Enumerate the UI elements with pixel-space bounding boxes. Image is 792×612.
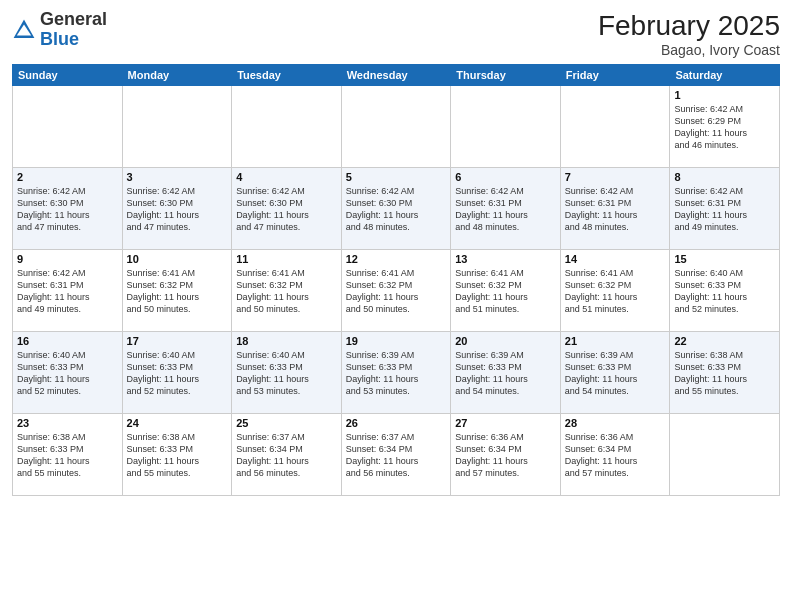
day-number: 15 [674,253,775,265]
calendar-cell: 11Sunrise: 6:41 AM Sunset: 6:32 PM Dayli… [232,250,342,332]
calendar-cell: 16Sunrise: 6:40 AM Sunset: 6:33 PM Dayli… [13,332,123,414]
day-info: Sunrise: 6:36 AM Sunset: 6:34 PM Dayligh… [565,431,666,480]
day-number: 16 [17,335,118,347]
day-info: Sunrise: 6:42 AM Sunset: 6:31 PM Dayligh… [674,185,775,234]
day-number: 26 [346,417,447,429]
calendar-week-row: 9Sunrise: 6:42 AM Sunset: 6:31 PM Daylig… [13,250,780,332]
calendar-cell: 25Sunrise: 6:37 AM Sunset: 6:34 PM Dayli… [232,414,342,496]
title-block: February 2025 Bagao, Ivory Coast [598,10,780,58]
day-info: Sunrise: 6:40 AM Sunset: 6:33 PM Dayligh… [127,349,228,398]
day-info: Sunrise: 6:42 AM Sunset: 6:30 PM Dayligh… [127,185,228,234]
calendar-header-row: SundayMondayTuesdayWednesdayThursdayFrid… [13,65,780,86]
day-info: Sunrise: 6:40 AM Sunset: 6:33 PM Dayligh… [674,267,775,316]
day-number: 11 [236,253,337,265]
calendar: SundayMondayTuesdayWednesdayThursdayFrid… [12,64,780,496]
calendar-cell: 10Sunrise: 6:41 AM Sunset: 6:32 PM Dayli… [122,250,232,332]
day-number: 6 [455,171,556,183]
day-info: Sunrise: 6:41 AM Sunset: 6:32 PM Dayligh… [236,267,337,316]
day-number: 21 [565,335,666,347]
day-number: 19 [346,335,447,347]
calendar-cell [560,86,670,168]
day-number: 23 [17,417,118,429]
calendar-cell: 7Sunrise: 6:42 AM Sunset: 6:31 PM Daylig… [560,168,670,250]
calendar-cell: 2Sunrise: 6:42 AM Sunset: 6:30 PM Daylig… [13,168,123,250]
calendar-cell: 15Sunrise: 6:40 AM Sunset: 6:33 PM Dayli… [670,250,780,332]
calendar-cell [13,86,123,168]
day-number: 13 [455,253,556,265]
day-number: 9 [17,253,118,265]
calendar-cell [451,86,561,168]
calendar-cell: 23Sunrise: 6:38 AM Sunset: 6:33 PM Dayli… [13,414,123,496]
logo-general: General [40,9,107,29]
calendar-cell: 22Sunrise: 6:38 AM Sunset: 6:33 PM Dayli… [670,332,780,414]
day-info: Sunrise: 6:41 AM Sunset: 6:32 PM Dayligh… [127,267,228,316]
day-header-sunday: Sunday [13,65,123,86]
calendar-cell: 28Sunrise: 6:36 AM Sunset: 6:34 PM Dayli… [560,414,670,496]
day-number: 3 [127,171,228,183]
day-info: Sunrise: 6:41 AM Sunset: 6:32 PM Dayligh… [346,267,447,316]
logo: General Blue [12,10,107,50]
day-info: Sunrise: 6:37 AM Sunset: 6:34 PM Dayligh… [346,431,447,480]
day-number: 17 [127,335,228,347]
calendar-cell: 24Sunrise: 6:38 AM Sunset: 6:33 PM Dayli… [122,414,232,496]
day-number: 27 [455,417,556,429]
day-number: 2 [17,171,118,183]
day-number: 12 [346,253,447,265]
calendar-cell: 13Sunrise: 6:41 AM Sunset: 6:32 PM Dayli… [451,250,561,332]
day-header-thursday: Thursday [451,65,561,86]
logo-icon [12,18,36,42]
day-info: Sunrise: 6:42 AM Sunset: 6:31 PM Dayligh… [565,185,666,234]
calendar-cell: 19Sunrise: 6:39 AM Sunset: 6:33 PM Dayli… [341,332,451,414]
logo-blue: Blue [40,29,79,49]
calendar-week-row: 1Sunrise: 6:42 AM Sunset: 6:29 PM Daylig… [13,86,780,168]
day-header-tuesday: Tuesday [232,65,342,86]
calendar-cell: 4Sunrise: 6:42 AM Sunset: 6:30 PM Daylig… [232,168,342,250]
day-info: Sunrise: 6:42 AM Sunset: 6:30 PM Dayligh… [17,185,118,234]
day-info: Sunrise: 6:41 AM Sunset: 6:32 PM Dayligh… [565,267,666,316]
day-number: 1 [674,89,775,101]
day-number: 4 [236,171,337,183]
day-number: 10 [127,253,228,265]
day-info: Sunrise: 6:39 AM Sunset: 6:33 PM Dayligh… [455,349,556,398]
day-number: 8 [674,171,775,183]
calendar-cell: 6Sunrise: 6:42 AM Sunset: 6:31 PM Daylig… [451,168,561,250]
day-info: Sunrise: 6:40 AM Sunset: 6:33 PM Dayligh… [236,349,337,398]
day-info: Sunrise: 6:42 AM Sunset: 6:31 PM Dayligh… [17,267,118,316]
location-subtitle: Bagao, Ivory Coast [598,42,780,58]
calendar-cell: 1Sunrise: 6:42 AM Sunset: 6:29 PM Daylig… [670,86,780,168]
calendar-cell [670,414,780,496]
month-title: February 2025 [598,10,780,42]
calendar-cell: 9Sunrise: 6:42 AM Sunset: 6:31 PM Daylig… [13,250,123,332]
header: General Blue February 2025 Bagao, Ivory … [12,10,780,58]
day-info: Sunrise: 6:42 AM Sunset: 6:30 PM Dayligh… [236,185,337,234]
calendar-cell: 8Sunrise: 6:42 AM Sunset: 6:31 PM Daylig… [670,168,780,250]
day-number: 5 [346,171,447,183]
calendar-week-row: 23Sunrise: 6:38 AM Sunset: 6:33 PM Dayli… [13,414,780,496]
day-info: Sunrise: 6:39 AM Sunset: 6:33 PM Dayligh… [346,349,447,398]
calendar-cell: 27Sunrise: 6:36 AM Sunset: 6:34 PM Dayli… [451,414,561,496]
day-info: Sunrise: 6:42 AM Sunset: 6:31 PM Dayligh… [455,185,556,234]
calendar-cell: 12Sunrise: 6:41 AM Sunset: 6:32 PM Dayli… [341,250,451,332]
day-info: Sunrise: 6:38 AM Sunset: 6:33 PM Dayligh… [17,431,118,480]
day-number: 24 [127,417,228,429]
calendar-cell [232,86,342,168]
day-info: Sunrise: 6:38 AM Sunset: 6:33 PM Dayligh… [674,349,775,398]
calendar-cell: 26Sunrise: 6:37 AM Sunset: 6:34 PM Dayli… [341,414,451,496]
day-info: Sunrise: 6:41 AM Sunset: 6:32 PM Dayligh… [455,267,556,316]
page: General Blue February 2025 Bagao, Ivory … [0,0,792,612]
day-number: 22 [674,335,775,347]
calendar-cell: 18Sunrise: 6:40 AM Sunset: 6:33 PM Dayli… [232,332,342,414]
calendar-cell [122,86,232,168]
day-info: Sunrise: 6:39 AM Sunset: 6:33 PM Dayligh… [565,349,666,398]
day-info: Sunrise: 6:42 AM Sunset: 6:29 PM Dayligh… [674,103,775,152]
day-header-monday: Monday [122,65,232,86]
day-number: 28 [565,417,666,429]
day-info: Sunrise: 6:37 AM Sunset: 6:34 PM Dayligh… [236,431,337,480]
day-header-saturday: Saturday [670,65,780,86]
calendar-cell [341,86,451,168]
day-info: Sunrise: 6:36 AM Sunset: 6:34 PM Dayligh… [455,431,556,480]
day-info: Sunrise: 6:38 AM Sunset: 6:33 PM Dayligh… [127,431,228,480]
calendar-cell: 14Sunrise: 6:41 AM Sunset: 6:32 PM Dayli… [560,250,670,332]
calendar-cell: 3Sunrise: 6:42 AM Sunset: 6:30 PM Daylig… [122,168,232,250]
logo-text: General Blue [40,10,107,50]
